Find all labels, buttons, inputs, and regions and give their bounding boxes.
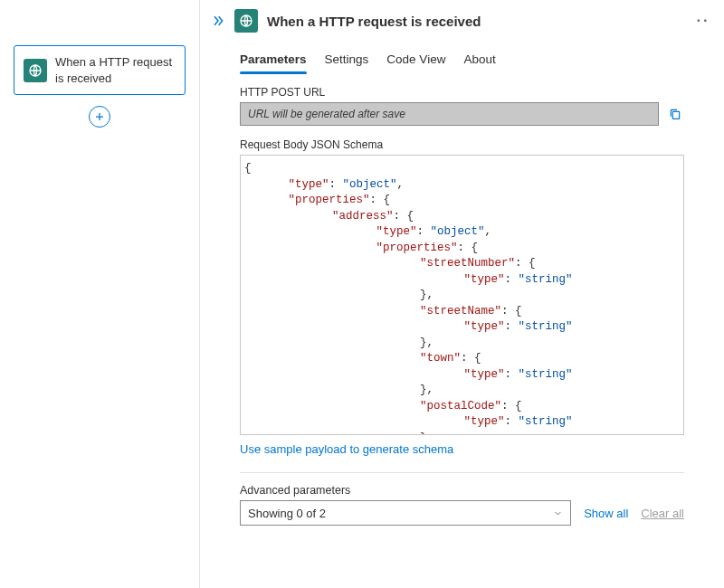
http-post-url-label: HTTP POST URL xyxy=(240,86,684,99)
more-menu-button[interactable]: • • xyxy=(691,16,713,25)
tab-parameters[interactable]: Parameters xyxy=(240,45,307,73)
tab-code-view[interactable]: Code View xyxy=(386,45,445,73)
http-request-icon xyxy=(24,59,47,82)
tab-bar: Parameters Settings Code View About xyxy=(200,40,724,73)
advanced-parameters-label: Advanced parameters xyxy=(240,484,684,497)
details-pane: When a HTTP request is received • • Para… xyxy=(200,0,724,588)
tab-settings[interactable]: Settings xyxy=(325,45,369,73)
http-post-url-placeholder: URL will be generated after save xyxy=(248,108,405,120)
advanced-parameters-select[interactable]: Showing 0 of 2 xyxy=(240,500,571,526)
collapse-panel-button[interactable] xyxy=(211,14,225,28)
chevron-down-icon xyxy=(553,508,563,518)
http-post-url-field: URL will be generated after save xyxy=(240,102,659,126)
show-all-link[interactable]: Show all xyxy=(584,507,628,520)
schema-label: Request Body JSON Schema xyxy=(240,138,684,151)
use-sample-payload-link[interactable]: Use sample payload to generate schema xyxy=(240,442,453,456)
section-divider xyxy=(240,472,684,473)
copy-url-button[interactable] xyxy=(666,105,684,123)
canvas-pane: When a HTTP request is received xyxy=(0,0,199,588)
trigger-node-card[interactable]: When a HTTP request is received xyxy=(14,45,186,95)
advanced-parameters-value: Showing 0 of 2 xyxy=(248,507,326,520)
schema-editor[interactable]: { "type": "object", "properties": { "add… xyxy=(240,155,684,435)
clear-all-link[interactable]: Clear all xyxy=(641,507,684,520)
panel-title: When a HTTP request is received xyxy=(267,14,481,29)
trigger-node-label: When a HTTP request is received xyxy=(55,54,176,86)
tab-about[interactable]: About xyxy=(463,45,495,73)
http-request-icon xyxy=(234,9,258,33)
svg-rect-2 xyxy=(672,111,679,119)
add-step-button[interactable] xyxy=(89,106,110,128)
